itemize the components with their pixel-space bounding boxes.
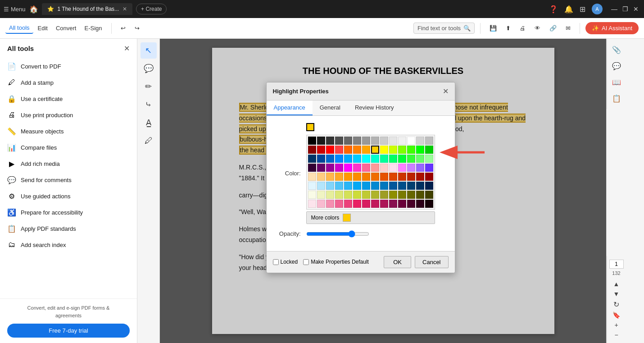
sidebar-item-print-production[interactable]: 🖨 Use print production [0,107,137,123]
tab-review-history[interactable]: Review History [348,101,401,115]
color-swatch[interactable] [308,137,316,145]
color-grid[interactable] [306,135,435,210]
color-swatch[interactable] [335,146,343,154]
color-swatch[interactable] [407,137,415,145]
color-swatch[interactable] [326,200,334,208]
more-colors-button[interactable]: More colors [306,211,435,224]
color-swatch[interactable] [398,191,406,199]
sidebar-item-compare[interactable]: 📊 Compare files [0,139,137,155]
avatar[interactable]: A [592,4,603,14]
comment-tool-icon[interactable]: 💬 [141,60,157,77]
bookmark-button[interactable]: 🔖 [612,311,621,320]
color-swatch[interactable] [353,173,361,181]
color-swatch[interactable] [407,173,415,181]
color-swatch[interactable] [317,173,325,181]
color-swatch[interactable] [416,137,424,145]
color-swatch[interactable] [326,137,334,145]
color-swatch[interactable] [371,173,379,181]
sidebar-item-accessibility[interactable]: ♿ Prepare for accessibility [0,204,137,220]
color-swatch[interactable] [407,164,415,172]
color-swatch[interactable] [416,182,424,190]
locked-checkbox-label[interactable]: Locked [273,259,298,265]
color-swatch[interactable] [326,146,334,154]
create-button[interactable]: + Create [136,4,167,14]
color-swatch[interactable] [335,155,343,163]
zoom-out-button[interactable]: − [612,330,621,339]
print-icon[interactable]: 🖨 [516,23,529,33]
color-swatch[interactable] [398,164,406,172]
color-swatch[interactable] [371,200,379,208]
right-tool-1[interactable]: 📎 [609,42,624,57]
color-swatch[interactable] [371,191,379,199]
pen-tool-icon[interactable]: ✏ [141,78,157,95]
color-swatch[interactable] [425,191,433,199]
color-swatch[interactable] [317,200,325,208]
color-swatch[interactable] [407,146,415,154]
color-swatch[interactable] [380,173,388,181]
help-icon[interactable]: ❓ [549,5,558,14]
color-swatch[interactable] [344,191,352,199]
color-swatch[interactable] [398,182,406,190]
color-swatch[interactable] [371,155,379,163]
color-swatch[interactable] [425,137,433,145]
color-swatch[interactable] [380,146,388,154]
sidebar-item-rich-media[interactable]: ▶ Add rich media [0,155,137,172]
color-swatch[interactable] [362,146,370,154]
color-swatch[interactable] [362,173,370,181]
page-number-input[interactable] [609,260,624,269]
color-swatch[interactable] [335,164,343,172]
color-swatch[interactable] [317,164,325,172]
document-tab[interactable]: ⭐ 1 The Hound of the Bas... ✕ [42,3,133,15]
color-swatch[interactable] [425,182,433,190]
maximize-button[interactable]: ❐ [621,5,630,13]
right-tool-3[interactable]: 📖 [609,75,624,89]
sidebar-item-send-comments[interactable]: 💬 Send for comments [0,172,137,188]
notifications-icon[interactable]: 🔔 [564,5,573,14]
color-swatch[interactable] [389,164,397,172]
color-swatch[interactable] [353,191,361,199]
color-swatch[interactable] [371,164,379,172]
email-icon[interactable]: ✉ [562,23,574,33]
tab-general[interactable]: General [313,101,348,115]
color-swatch[interactable] [398,146,406,154]
sidebar-item-pdf-standards[interactable]: 📋 Apply PDF standards [0,220,137,237]
color-swatch[interactable] [308,200,316,208]
color-swatch[interactable] [407,191,415,199]
all-tools-button[interactable]: All tools [5,23,33,34]
stamp-tool-icon[interactable]: 🖊 [141,133,157,149]
color-swatch[interactable] [353,137,361,145]
color-swatch[interactable] [416,155,424,163]
esign-button[interactable]: E-Sign [81,23,105,33]
page-down-button[interactable]: ▼ [612,289,621,298]
color-swatch[interactable] [380,155,388,163]
trial-button[interactable]: Free 7-day trial [7,324,130,338]
close-button[interactable]: ✕ [631,5,640,13]
color-swatch[interactable] [389,146,397,154]
color-swatch[interactable] [380,191,388,199]
color-swatch[interactable] [425,155,433,163]
color-swatch[interactable] [389,182,397,190]
color-swatch[interactable] [362,155,370,163]
sidebar-item-guided-actions[interactable]: ⚙ Use guided actions [0,188,137,204]
color-swatch[interactable] [335,182,343,190]
color-swatch[interactable] [353,146,361,154]
make-default-checkbox-label[interactable]: Make Properties Default [303,259,369,265]
opacity-slider[interactable] [306,230,369,238]
color-swatch[interactable] [371,182,379,190]
color-swatch[interactable] [353,164,361,172]
color-swatch[interactable] [335,200,343,208]
color-swatch[interactable] [389,173,397,181]
ok-button[interactable]: OK [384,256,411,268]
color-swatch[interactable] [335,191,343,199]
link-icon[interactable]: 🔗 [546,23,560,33]
color-swatch[interactable] [389,137,397,145]
redo-button[interactable]: ↪ [131,23,143,33]
select-tool-icon[interactable]: ↖ [141,42,157,59]
color-swatch[interactable] [335,137,343,145]
color-swatch[interactable] [344,173,352,181]
color-swatch[interactable] [308,173,316,181]
color-swatch[interactable] [380,137,388,145]
upload-icon[interactable]: ⬆ [502,23,514,33]
selected-color-preview[interactable] [306,123,314,131]
color-swatch[interactable] [353,200,361,208]
